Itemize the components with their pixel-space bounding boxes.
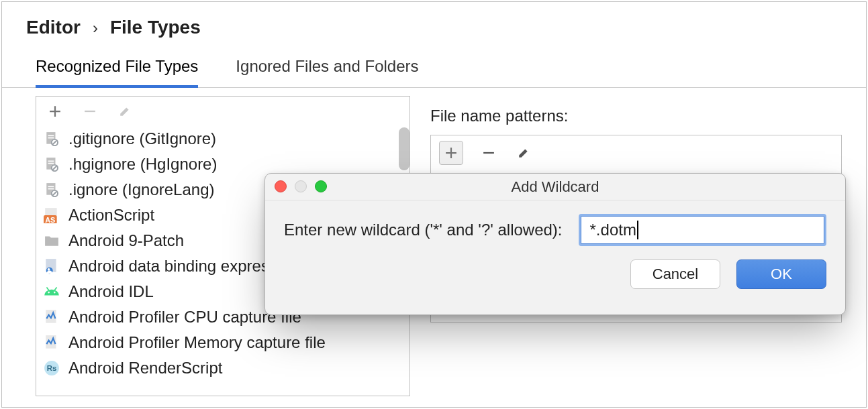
svg-line-28 [54,288,56,290]
svg-rect-15 [48,188,54,190]
cancel-button[interactable]: Cancel [630,259,720,289]
remove-file-type-button[interactable] [81,102,99,121]
svg-rect-33 [483,152,494,154]
plus-icon [46,103,64,120]
text-caret [637,221,638,239]
svg-text:AS: AS [45,216,55,223]
file-ignore-icon [43,130,60,148]
tabs: Recognized File Types Ignored Files and … [2,50,866,88]
add-file-type-button[interactable] [46,102,64,121]
edit-file-type-button[interactable] [115,102,134,121]
svg-rect-8 [48,161,54,162]
wildcard-input-value: *.dotm [590,221,636,239]
list-item-label: Android 9-Patch [68,231,184,250]
list-item-label: Android RenderScript [68,359,222,377]
breadcrumb-separator: › [93,19,98,38]
add-pattern-button[interactable] [439,141,463,165]
list-item-label: .ignore (IgnoreLang) [68,180,214,199]
minus-icon [81,103,99,120]
list-item[interactable]: .gitignore (GitIgnore) [36,126,409,152]
svg-point-24 [48,268,50,271]
list-item-label: Android Profiler Memory capture file [68,333,326,352]
folder-icon [43,232,60,249]
pencil-icon [116,103,134,120]
pencil-icon [515,144,532,162]
list-item[interactable]: Android Profiler Memory capture file [36,330,409,355]
ok-button[interactable]: OK [736,259,826,289]
list-item-label: .gitignore (GitIgnore) [68,129,216,148]
svg-rect-0 [85,111,95,112]
android-idl-icon [43,283,60,300]
svg-point-25 [48,292,50,294]
breadcrumb-current: File Types [110,17,201,38]
window-controls [275,180,327,192]
plus-icon [442,144,460,162]
tab-recognized-file-types[interactable]: Recognized File Types [36,50,198,88]
tab-ignored-files-folders[interactable]: Ignored Files and Folders [236,50,418,87]
breadcrumb-parent[interactable]: Editor [26,17,81,38]
profiler-cpu-icon [43,308,60,326]
add-wildcard-dialog: Add Wildcard Enter new wildcard ('*' and… [264,173,846,315]
close-window-button[interactable] [275,180,287,192]
edit-pattern-button[interactable] [514,143,533,162]
dialog-title: Add Wildcard [512,178,599,196]
svg-rect-9 [48,163,54,164]
list-item-label: Android IDL [68,282,154,301]
wildcard-input[interactable]: *.dotm [579,214,826,246]
svg-line-27 [46,288,48,290]
dialog-buttons: Cancel OK [265,253,845,301]
svg-rect-14 [48,186,54,188]
profiler-mem-icon [43,334,60,351]
as-icon: AS [43,207,60,224]
svg-rect-3 [48,137,54,139]
dialog-titlebar[interactable]: Add Wildcard [265,174,845,200]
rs-icon: Rs [43,359,60,377]
svg-text:Rs: Rs [47,364,57,372]
svg-rect-2 [48,135,54,137]
minimize-window-button [295,180,307,192]
svg-point-26 [54,292,56,294]
list-item-label: ActionScript [68,206,154,225]
zoom-window-button[interactable] [315,180,327,192]
file-ignore-icon [43,181,60,198]
dialog-prompt: Enter new wildcard ('*' and '?' allowed)… [284,221,563,239]
remove-pattern-button[interactable] [479,143,498,162]
list-item-label: .hgignore (HgIgnore) [68,155,217,174]
data-binding-icon [43,257,60,275]
patterns-title: File name patterns: [430,107,842,125]
minus-icon [480,144,497,162]
list-item[interactable]: Rs Android RenderScript [36,355,409,381]
dialog-body: Enter new wildcard ('*' and '?' allowed)… [265,200,845,253]
breadcrumb: Editor › File Types [2,2,866,50]
file-ignore-icon [43,156,60,173]
scrollbar-thumb[interactable] [399,127,409,170]
patterns-toolbar [431,135,841,170]
file-types-toolbar [36,97,409,126]
